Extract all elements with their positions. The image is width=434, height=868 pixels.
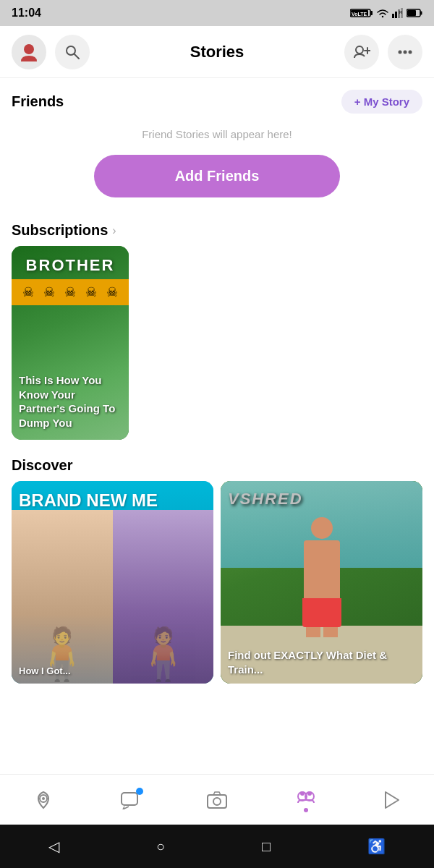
svg-rect-11	[407, 10, 416, 16]
top-nav: Stories	[0, 26, 434, 78]
chat-badge	[136, 788, 143, 795]
svg-text:R: R	[399, 10, 403, 14]
subscriptions-list: BROTHER ☠ ☠ ☠ ☠ ☠ This Is How You Know Y…	[0, 246, 434, 454]
svg-rect-4	[392, 14, 394, 18]
home-button[interactable]: ○	[149, 831, 172, 862]
battery-icon	[407, 9, 422, 17]
volte-icon: VoLTE	[350, 8, 373, 18]
status-bar: 11:04 VoLTE R	[0, 0, 434, 26]
camera-icon	[207, 791, 227, 809]
add-friends-button[interactable]: Add Friends	[94, 155, 340, 197]
svg-point-20	[409, 50, 412, 54]
card-bg: VSHRED Find out EXACTLY What Diet & Trai…	[221, 481, 422, 684]
before-image: 🧍	[12, 510, 113, 684]
skull-icon-3: ☠	[64, 284, 76, 300]
wifi-icon	[376, 8, 389, 18]
discover-title: Discover	[0, 454, 434, 481]
svg-point-22	[42, 797, 45, 800]
nav-left	[12, 35, 90, 69]
map-icon	[34, 791, 53, 809]
add-friend-button[interactable]	[344, 35, 379, 69]
nav-item-play[interactable]	[384, 791, 400, 809]
svg-rect-10	[420, 12, 422, 15]
skull-icon-4: ☠	[85, 284, 97, 300]
after-image: 🧍	[113, 510, 214, 684]
avatar[interactable]	[12, 35, 46, 69]
card-bg: BRAND NEW ME 🧍 🧍	[12, 481, 213, 684]
nav-item-chat[interactable]	[120, 791, 139, 809]
svg-point-12	[24, 44, 34, 54]
svg-rect-23	[122, 793, 137, 805]
my-story-button[interactable]: + My Story	[341, 90, 422, 114]
more-button[interactable]	[388, 35, 422, 69]
svg-rect-5	[395, 12, 397, 18]
svg-line-14	[75, 54, 79, 59]
discover-grid: BRAND NEW ME 🧍 🧍 How I Got...	[0, 481, 434, 684]
card-brand-title: BRAND NEW ME	[12, 481, 213, 510]
search-button[interactable]	[55, 35, 90, 69]
subscriptions-title: Subscriptions	[12, 222, 108, 239]
subscriptions-header: Subscriptions ›	[0, 215, 434, 246]
chevron-right-icon: ›	[112, 224, 116, 237]
bottom-nav	[0, 774, 434, 825]
recent-button[interactable]: □	[255, 831, 278, 862]
stories-active-indicator	[304, 808, 308, 812]
status-time: 11:04	[12, 7, 41, 20]
card-bottom-label: How I Got...	[19, 665, 71, 676]
nav-item-map[interactable]	[34, 791, 53, 809]
skull-icon-2: ☠	[43, 284, 55, 300]
card-caption: This Is How You Know Your Partner's Goin…	[19, 373, 122, 430]
svg-point-25	[213, 798, 221, 805]
discover-card-brand-new-me[interactable]: BRAND NEW ME 🧍 🧍 How I Got...	[12, 481, 213, 684]
svg-rect-1	[370, 11, 373, 15]
friends-section: Friends + My Story	[0, 78, 434, 119]
nav-right	[344, 35, 422, 69]
svg-point-18	[399, 50, 402, 54]
svg-rect-24	[208, 795, 226, 808]
svg-point-28	[300, 791, 305, 796]
card-title: BROTHER	[12, 256, 129, 275]
discover-card-vshred[interactable]: VSHRED Find out EXACTLY What Diet & Trai…	[221, 481, 422, 684]
svg-point-19	[404, 50, 407, 54]
friends-empty-state: Friend Stories will appear here!	[0, 119, 434, 155]
svg-text:VoLTE: VoLTE	[352, 12, 367, 17]
card-tape: ☠ ☠ ☠ ☠ ☠	[12, 279, 129, 305]
stories-icon	[295, 787, 317, 806]
skull-icon-5: ☠	[106, 284, 118, 300]
card-vshred-bottom: Find out EXACTLY What Diet & Train...	[228, 648, 415, 676]
accessibility-button[interactable]: ♿	[360, 830, 393, 862]
friends-label: Friends	[12, 93, 64, 110]
nav-item-camera[interactable]	[207, 791, 227, 809]
status-icons: VoLTE R	[350, 8, 422, 18]
svg-point-29	[307, 791, 312, 796]
system-nav: ◁ ○ □ ♿	[0, 825, 434, 868]
vshred-logo: VSHRED	[228, 490, 303, 509]
skull-icon-1: ☠	[22, 284, 34, 300]
page-title: Stories	[190, 43, 244, 61]
nav-item-stories[interactable]	[295, 787, 317, 812]
subscription-card-brother[interactable]: BROTHER ☠ ☠ ☠ ☠ ☠ This Is How You Know Y…	[12, 246, 129, 440]
svg-point-15	[356, 46, 363, 54]
card-brand-body: 🧍 🧍	[12, 510, 213, 684]
signal-icon: R	[392, 8, 404, 18]
back-button[interactable]: ◁	[41, 830, 67, 862]
play-icon	[384, 791, 400, 809]
svg-point-13	[67, 46, 75, 55]
